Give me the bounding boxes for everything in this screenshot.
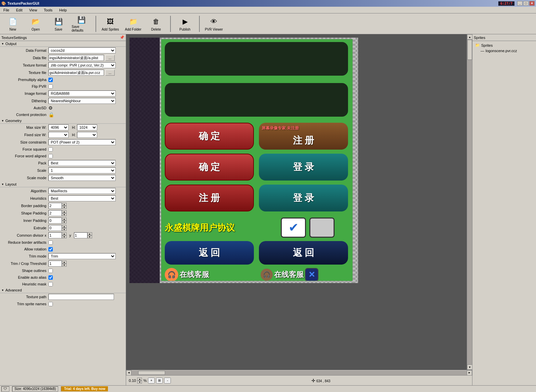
input-inner-padding[interactable] [48, 218, 62, 224]
select-trim-mode[interactable]: Trim [48, 253, 116, 259]
publish-icon: ▶ [180, 16, 190, 27]
checkbox-allow-rotation[interactable] [48, 247, 53, 251]
spin-down-cy[interactable]: ▼ [87, 235, 92, 238]
input-texture-file[interactable] [48, 70, 104, 76]
checkbox-enable-auto-alias[interactable] [48, 275, 53, 280]
new-button[interactable]: 📄 New [3, 15, 23, 33]
label-dithering: Dithering [3, 99, 46, 103]
checkbox-flip-pvr[interactable] [48, 84, 53, 89]
ctrl-scale: 1 [48, 167, 123, 173]
input-data-file[interactable] [48, 55, 104, 61]
section-output[interactable]: ▼ Output [0, 41, 126, 47]
hscrollbar[interactable]: ◄ ► [126, 370, 472, 375]
input-border-padding[interactable] [48, 203, 62, 209]
spin-up-inner[interactable]: ▲ [62, 218, 67, 221]
spin-down-shape[interactable]: ▼ [62, 213, 67, 216]
checkbox-trim-sprite-names[interactable] [48, 302, 53, 306]
select-scale[interactable]: 1 [48, 167, 116, 173]
vscroll-thumb[interactable] [467, 40, 472, 60]
canvas-area[interactable]: 确 定 屏幕录像专家 未注册 注 册 确 定 登 录 [126, 34, 472, 370]
input-extrude[interactable] [48, 225, 62, 231]
vscrollbar[interactable]: ▲ ▼ [467, 34, 472, 370]
checkbox-reduce-border[interactable] [48, 240, 53, 245]
right-panel: Sprites 📁 Sprites — logonscene.pvr.ccz [472, 34, 536, 385]
spin-down-trim[interactable]: ▼ [62, 264, 67, 267]
spin-up-cy[interactable]: ▲ [87, 232, 92, 235]
browse-data-file-button[interactable]: ... [105, 55, 115, 61]
hscroll-thumb[interactable] [138, 371, 165, 375]
pvr-viewer-button[interactable]: 👁 PVR Viewer [204, 15, 224, 33]
select-algorithm[interactable]: MaxRects [48, 188, 116, 194]
close-button[interactable]: ✕ [529, 1, 535, 6]
zoom-out-button[interactable]: - [164, 378, 171, 384]
spin-up-extrude[interactable]: ▲ [62, 225, 67, 228]
ctrl-allow-rotation [48, 247, 123, 251]
select-dithering[interactable]: NearestNeighbour [48, 98, 116, 104]
checkbox-force-word-aligned[interactable] [48, 154, 53, 158]
spin-down-border[interactable]: ▼ [62, 206, 67, 209]
zoom-fit-button[interactable]: ⊞ [156, 378, 163, 384]
spin-up-zoom[interactable]: ▲ [137, 378, 142, 381]
row-texture-path: Texture path [0, 293, 126, 301]
select-pack[interactable]: Best [48, 160, 116, 166]
select-fixed-h[interactable] [77, 132, 97, 138]
checkbox-premultiply-alpha[interactable] [48, 78, 53, 82]
input-shape-padding[interactable] [48, 210, 62, 216]
minimize-button[interactable]: _ [517, 1, 523, 6]
save-defaults-button[interactable]: 💾 Save defaults [71, 15, 91, 33]
section-geometry[interactable]: ▼ Geometry [0, 118, 126, 124]
scroll-right-button[interactable]: ► [467, 370, 472, 376]
trial-badge[interactable]: Trial: 4 days left. Buy now [61, 386, 108, 391]
spin-up-border[interactable]: ▲ [62, 203, 67, 206]
spin-up-trim[interactable]: ▲ [62, 261, 67, 264]
spin-down-cx[interactable]: ▼ [62, 235, 67, 238]
checkbox-heuristic-mask[interactable] [48, 282, 53, 286]
scroll-left-button[interactable]: ◄ [126, 370, 131, 376]
checkbox-shape-outlines[interactable] [48, 269, 53, 273]
input-common-y[interactable] [74, 232, 87, 238]
content-protection-icon[interactable]: 🔒 [48, 112, 54, 117]
publish-button[interactable]: ▶ Publish [175, 15, 195, 33]
select-image-format[interactable]: RGBA8888 [48, 90, 116, 96]
select-data-format[interactable]: cocos2d [48, 47, 116, 53]
save-button[interactable]: 💾 Save [48, 15, 69, 33]
delete-button[interactable]: 🗑 Delete [146, 15, 166, 33]
new-icon: 📄 [7, 16, 18, 27]
sprites-root-folder[interactable]: 📁 Sprites [474, 42, 535, 48]
zoom-in-button[interactable]: + [148, 378, 155, 384]
spin-down-extrude[interactable]: ▼ [62, 228, 67, 231]
select-texture-format[interactable]: zlib compr. PVR (.pvr.ccz, Ver.2) [48, 62, 116, 68]
scroll-up-button[interactable]: ▲ [467, 34, 472, 40]
maximize-button[interactable]: □ [523, 1, 529, 6]
open-button[interactable]: 📂 Open [26, 15, 46, 33]
section-layout[interactable]: ▼ Layout [0, 182, 126, 187]
select-fixed-w[interactable] [48, 132, 69, 138]
section-advanced[interactable]: ▼ Advanced [0, 287, 126, 293]
menu-tools[interactable]: Tools [42, 7, 54, 13]
scroll-down-button[interactable]: ▼ [467, 364, 472, 370]
browse-texture-file-button[interactable]: ... [105, 70, 115, 76]
menu-help[interactable]: Help [57, 7, 69, 13]
sprite-agreement-text: 永盛棋牌用户协议 [165, 218, 276, 238]
menu-file[interactable]: File [1, 7, 11, 13]
menu-view[interactable]: View [27, 7, 39, 13]
select-scale-mode[interactable]: Smooth [48, 175, 116, 181]
input-texture-path[interactable] [48, 294, 114, 300]
add-sprites-button[interactable]: 🖼 Add Sprites [100, 15, 120, 33]
spin-up-shape[interactable]: ▲ [62, 210, 67, 213]
input-trim-threshold[interactable] [48, 261, 62, 267]
add-folder-button[interactable]: 📁 Add Folder [123, 15, 143, 33]
select-size-constraints[interactable]: POT (Power of 2) [48, 139, 116, 145]
label-size-constraints: Size constraints [3, 140, 46, 144]
spin-down-zoom[interactable]: ▼ [137, 381, 142, 384]
menu-edit[interactable]: Edit [14, 7, 25, 13]
checkbox-force-squared[interactable] [48, 147, 53, 152]
select-heuristics[interactable]: Best [48, 195, 116, 201]
spin-up-cx[interactable]: ▲ [62, 232, 67, 235]
input-common-x[interactable] [48, 232, 62, 238]
select-max-h[interactable]: 1024 [77, 124, 97, 130]
sprite-file-logonscene[interactable]: — logonscene.pvr.ccz [474, 48, 535, 53]
auto-sd-icon[interactable]: ⚙ [48, 105, 53, 111]
spin-down-inner[interactable]: ▼ [62, 221, 67, 224]
select-max-w[interactable]: 4096 [48, 124, 69, 130]
